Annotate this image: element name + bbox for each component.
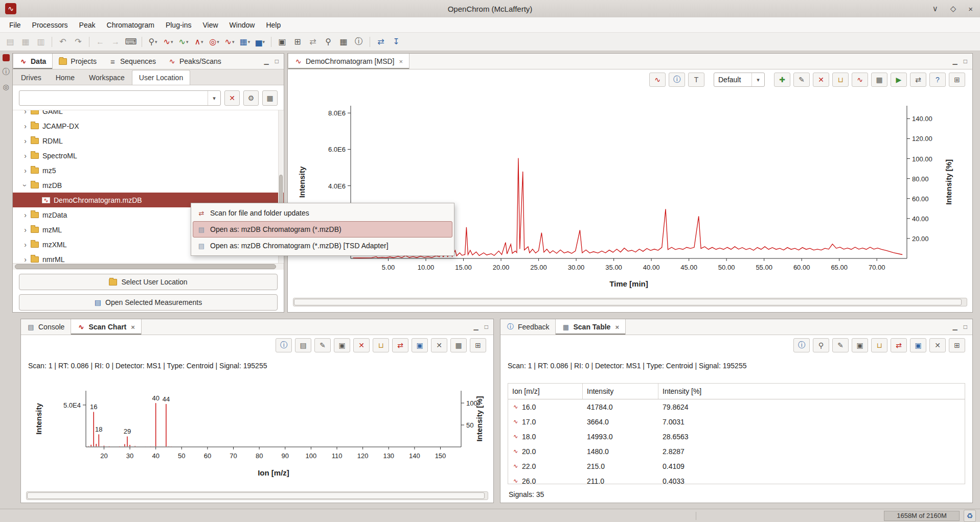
minimize-view-icon[interactable]: ▁	[953, 323, 958, 330]
expand-icon[interactable]	[21, 241, 30, 249]
open-folder-icon[interactable]: ⊔	[373, 338, 389, 352]
subtab-drives[interactable]: Drives	[14, 70, 49, 85]
menu-item[interactable]: Peak	[74, 19, 101, 31]
subtab-home[interactable]: Home	[49, 70, 82, 85]
new-window-icon[interactable]: ▣	[275, 35, 289, 49]
header-toggle-icon[interactable]: ▤	[295, 338, 311, 352]
menu-item[interactable]: View	[197, 19, 223, 31]
open-method-icon[interactable]: ⊔	[832, 73, 849, 87]
close-tab-icon[interactable]: ×	[131, 323, 135, 331]
subtab-user-location[interactable]: User Location	[132, 70, 190, 85]
select-user-location-button[interactable]: Select User Location	[19, 274, 278, 290]
delete-icon[interactable]: ✕	[929, 338, 946, 352]
expand-icon[interactable]	[21, 152, 30, 160]
tree-item-jcamp-dx[interactable]: JCAMP-DX	[13, 118, 284, 133]
peak-integrator-icon[interactable]: ◎▾	[207, 35, 221, 49]
tree-item-mz5[interactable]: mz5	[13, 163, 284, 178]
minimize-window-icon[interactable]: ∨	[932, 4, 938, 13]
tab-sequences[interactable]: Sequences	[103, 54, 162, 69]
back-icon[interactable]: ←	[93, 35, 107, 49]
minimize-view-icon[interactable]: ▁	[953, 58, 958, 65]
scrollbar-thumb[interactable]	[294, 299, 962, 305]
search-settings-button[interactable]: ⚙	[243, 90, 259, 106]
menu-item-scan-updates[interactable]: Scan for file and folder updates	[193, 205, 452, 221]
peak-detector-icon[interactable]: ∧▾	[192, 35, 206, 49]
table-row[interactable]: 17.0 3664.0 7.0031	[508, 414, 965, 429]
chromatogram-info-icon[interactable]: ⓘ	[669, 73, 685, 87]
table-row[interactable]: 22.0 215.0 0.4109	[508, 459, 965, 473]
info-toggle-icon[interactable]: ⓘ	[793, 338, 810, 352]
menu-item[interactable]: Chromatogram	[102, 19, 159, 31]
maximize-view-icon[interactable]: □	[275, 58, 279, 65]
menu-item[interactable]: Processors	[27, 19, 73, 31]
maximize-view-icon[interactable]: □	[964, 323, 967, 330]
column-intensity-percent[interactable]: Intensity [%]	[658, 384, 965, 399]
tree-horizontal-scrollbar[interactable]	[13, 263, 284, 270]
chromatogram-scrollbar[interactable]	[293, 298, 967, 306]
close-tab-icon[interactable]: ×	[399, 58, 403, 65]
table-row[interactable]: 16.0 41784.0 79.8624	[508, 399, 965, 414]
delete-icon[interactable]: ✕	[431, 338, 447, 352]
expand-icon[interactable]	[21, 255, 30, 264]
tab-scan-chart[interactable]: Scan Chart ×	[71, 319, 142, 335]
expand-icon[interactable]	[21, 137, 30, 145]
subtract-scan-icon[interactable]: ✕	[353, 338, 370, 352]
reports-icon[interactable]: ▅▾	[253, 35, 267, 49]
subtab-workspace[interactable]: Workspace	[82, 70, 132, 85]
tab-console[interactable]: Console	[21, 319, 71, 335]
chromatogram-types-icon[interactable]: ∿▾	[176, 35, 191, 49]
expand-icon[interactable]	[21, 181, 30, 189]
table-row[interactable]: 18.0 14993.0 28.6563	[508, 429, 965, 444]
search-input[interactable]	[19, 98, 208, 99]
search-icon[interactable]: ⚲	[321, 35, 335, 49]
save-scan-icon[interactable]: ▣	[910, 338, 926, 352]
link-scan-icon[interactable]: ⇄	[891, 338, 907, 352]
toggle-label-icon[interactable]: T	[688, 73, 704, 87]
close-tab-icon[interactable]: ×	[615, 323, 619, 331]
menu-item-open-mzdb-tsd[interactable]: Open as: mzDB Chromatogram (*.mzDB) [TSD…	[193, 238, 452, 254]
scan-identifier-icon[interactable]: ∿▾	[222, 35, 237, 49]
save-all-icon[interactable]: ▦	[18, 35, 33, 49]
layout-icon[interactable]: ⊞	[290, 35, 305, 49]
copy-clipboard-icon[interactable]: ▣	[334, 338, 350, 352]
tab-scan-table[interactable]: Scan Table ×	[555, 319, 625, 335]
settings-icon[interactable]: ⊞	[470, 338, 486, 352]
maximize-view-icon[interactable]: □	[964, 58, 967, 65]
tab-feedback[interactable]: Feedback	[500, 319, 555, 335]
scan-chart-scrollbar[interactable]	[26, 491, 488, 500]
minimize-view-icon[interactable]: ▁	[264, 58, 269, 65]
tab-peaks-scans[interactable]: Peaks/Scans	[162, 54, 227, 69]
menu-item[interactable]: Window	[224, 19, 260, 31]
tab-projects[interactable]: Projects	[53, 54, 103, 69]
maximize-view-icon[interactable]: □	[485, 323, 488, 330]
settings-icon[interactable]: ⊞	[949, 338, 965, 352]
help-icon[interactable]: ?	[929, 73, 946, 87]
tab-data[interactable]: Data	[13, 54, 53, 69]
link-parts-icon[interactable]: ⇄	[306, 35, 320, 49]
chromatogram-overlay-icon[interactable]: ∿▾	[161, 35, 175, 49]
export-icon[interactable]: ▥	[34, 35, 48, 49]
show-table-icon[interactable]: ▦	[871, 73, 887, 87]
display-type-combo[interactable]: Default ▾	[714, 73, 765, 87]
undo-icon[interactable]: ↶	[56, 35, 70, 49]
add-series-icon[interactable]: ✚	[774, 73, 790, 87]
close-window-icon[interactable]: ×	[968, 5, 973, 13]
info-icon[interactable]: ⓘ	[352, 35, 366, 49]
maximize-window-icon[interactable]: ◇	[950, 4, 956, 13]
show-scans-icon[interactable]: ∿	[852, 73, 868, 87]
save-icon[interactable]: ▤	[3, 35, 17, 49]
columns-button[interactable]: ▦	[262, 90, 278, 106]
zoom-icon[interactable]: ⚲▾	[146, 35, 160, 49]
quantitation-icon[interactable]: ▦▾	[238, 35, 252, 49]
settings-grid-icon[interactable]: ⊞	[949, 73, 965, 87]
menu-item[interactable]: Help	[261, 19, 286, 31]
table-row[interactable]: 26.0 211.0 0.4033	[508, 473, 965, 484]
scrollbar-thumb[interactable]	[15, 264, 276, 269]
table-row[interactable]: 20.0 1480.0 2.8287	[508, 444, 965, 459]
chromatogram-chart[interactable]: 5.0010.0015.0020.0025.0030.0035.0040.004…	[288, 89, 972, 312]
combo-dropdown-icon[interactable]: ▾	[751, 73, 764, 86]
heap-status[interactable]: 1658M of 2160M	[884, 511, 960, 521]
clear-search-button[interactable]: ✕	[224, 90, 240, 106]
tree-item-rdml[interactable]: RDML	[13, 133, 284, 148]
edit-scan-icon[interactable]: ✎	[832, 338, 849, 352]
